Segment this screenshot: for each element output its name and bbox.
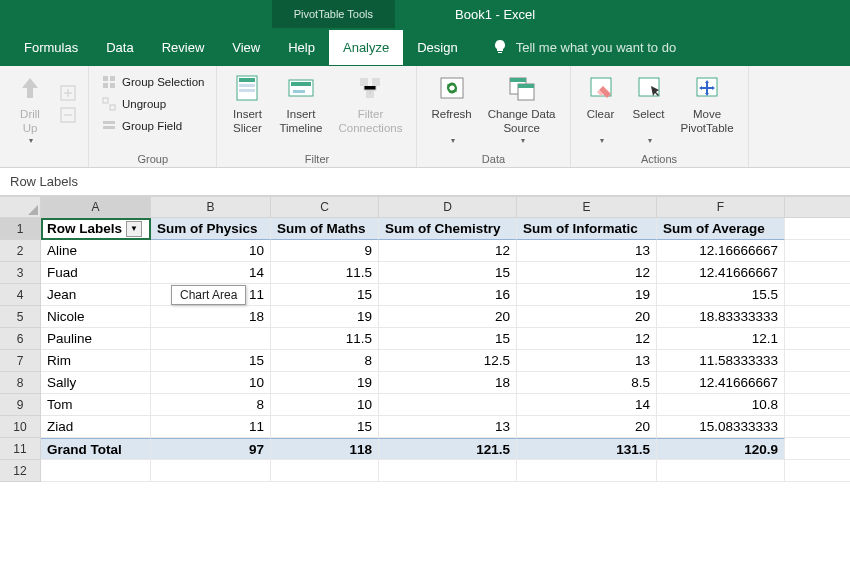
row-header[interactable]: 12 (0, 460, 40, 482)
cell[interactable] (785, 438, 850, 460)
filter-connections-button[interactable]: Filter Connections (333, 70, 409, 138)
cell[interactable]: 12.16666667 (657, 240, 785, 262)
cell[interactable] (41, 460, 151, 482)
cell[interactable]: 11.5 (271, 262, 379, 284)
cell[interactable] (785, 262, 850, 284)
pivot-col-header[interactable]: Sum of Average (657, 218, 785, 240)
cell[interactable]: 11.58333333 (657, 350, 785, 372)
pivot-rowlabels-header[interactable]: Row Labels ▼ (41, 218, 151, 240)
cell[interactable]: 13 (379, 416, 517, 438)
pivot-col-header[interactable]: Sum of Physics (151, 218, 271, 240)
cell[interactable] (785, 394, 850, 416)
pivot-col-header[interactable]: Sum of Maths (271, 218, 379, 240)
collapse-field-button[interactable] (56, 105, 80, 125)
col-header[interactable]: F (657, 197, 785, 218)
cell[interactable]: 13 (517, 240, 657, 262)
cell[interactable] (379, 460, 517, 482)
cell[interactable]: 9 (271, 240, 379, 262)
cell[interactable]: 13 (517, 350, 657, 372)
col-header[interactable]: E (517, 197, 657, 218)
pivot-col-header[interactable]: Sum of Chemistry (379, 218, 517, 240)
cell[interactable]: 12.41666667 (657, 262, 785, 284)
tab-analyze[interactable]: Analyze (329, 30, 403, 65)
grand-total-label[interactable]: Grand Total (41, 438, 151, 460)
cell[interactable] (379, 394, 517, 416)
cell[interactable] (785, 350, 850, 372)
cell[interactable]: 14 (151, 262, 271, 284)
col-header[interactable]: A (41, 197, 151, 218)
cell[interactable] (785, 372, 850, 394)
tab-data[interactable]: Data (92, 30, 147, 65)
cell[interactable] (785, 240, 850, 262)
insert-slicer-button[interactable]: Insert Slicer (225, 70, 269, 138)
grand-total-cell[interactable]: 121.5 (379, 438, 517, 460)
move-pivottable-button[interactable]: Move PivotTable (675, 70, 740, 138)
cell[interactable]: 10 (151, 372, 271, 394)
formula-bar[interactable]: Row Labels (0, 168, 850, 196)
tell-me-search[interactable]: Tell me what you want to do (492, 39, 676, 55)
cell[interactable]: Nicole (41, 306, 151, 328)
filter-dropdown-icon[interactable]: ▼ (126, 221, 142, 237)
cell[interactable] (785, 416, 850, 438)
cell[interactable]: 10 (271, 394, 379, 416)
cell[interactable]: 10.8 (657, 394, 785, 416)
row-header[interactable]: 5 (0, 306, 40, 328)
cell[interactable]: 15 (151, 350, 271, 372)
cell[interactable]: 15 (271, 416, 379, 438)
refresh-button[interactable]: Refresh▾ (425, 70, 477, 147)
row-header[interactable]: 7 (0, 350, 40, 372)
cell[interactable]: 20 (517, 416, 657, 438)
cell[interactable]: 15 (379, 328, 517, 350)
cell[interactable]: 19 (271, 372, 379, 394)
tab-view[interactable]: View (218, 30, 274, 65)
cell[interactable]: 19 (517, 284, 657, 306)
change-data-source-button[interactable]: Change Data Source▾ (482, 70, 562, 147)
grand-total-cell[interactable]: 118 (271, 438, 379, 460)
cell[interactable]: Tom (41, 394, 151, 416)
cell[interactable]: 15 (379, 262, 517, 284)
cell[interactable]: 8.5 (517, 372, 657, 394)
cell[interactable]: 18 (379, 372, 517, 394)
cell[interactable]: 14 (517, 394, 657, 416)
cell[interactable]: 11 (151, 416, 271, 438)
cell[interactable]: 20 (517, 306, 657, 328)
cell[interactable] (785, 306, 850, 328)
cell[interactable] (785, 460, 850, 482)
cell[interactable]: 12 (517, 328, 657, 350)
tab-help[interactable]: Help (274, 30, 329, 65)
cell[interactable] (271, 460, 379, 482)
row-header[interactable]: 8 (0, 372, 40, 394)
col-header[interactable]: D (379, 197, 517, 218)
row-header[interactable]: 4 (0, 284, 40, 306)
cell[interactable] (785, 284, 850, 306)
cell[interactable]: 15 (271, 284, 379, 306)
pivot-col-header[interactable]: Sum of Informatic (517, 218, 657, 240)
cell[interactable] (657, 460, 785, 482)
cell[interactable] (151, 328, 271, 350)
cell[interactable]: 8 (151, 394, 271, 416)
cell[interactable]: 12 (517, 262, 657, 284)
cell[interactable]: 12.5 (379, 350, 517, 372)
tab-formulas[interactable]: Formulas (10, 30, 92, 65)
cell[interactable] (151, 460, 271, 482)
cell[interactable]: 10 (151, 240, 271, 262)
cell[interactable]: 20 (379, 306, 517, 328)
cell[interactable]: 12.41666667 (657, 372, 785, 394)
row-header[interactable]: 2 (0, 240, 40, 262)
cell[interactable]: 15.08333333 (657, 416, 785, 438)
row-header[interactable]: 6 (0, 328, 40, 350)
cell[interactable]: Sally (41, 372, 151, 394)
grand-total-cell[interactable]: 131.5 (517, 438, 657, 460)
grand-total-cell[interactable]: 97 (151, 438, 271, 460)
group-field-button[interactable]: Group Field (97, 116, 208, 136)
row-header[interactable]: 10 (0, 416, 40, 438)
cell[interactable]: Aline (41, 240, 151, 262)
cell[interactable]: Rim (41, 350, 151, 372)
cell[interactable] (785, 328, 850, 350)
cell[interactable]: 15.5 (657, 284, 785, 306)
cell[interactable]: 12 (379, 240, 517, 262)
tab-design[interactable]: Design (403, 30, 471, 65)
tab-review[interactable]: Review (148, 30, 219, 65)
cell[interactable]: Ziad (41, 416, 151, 438)
cell[interactable] (517, 460, 657, 482)
